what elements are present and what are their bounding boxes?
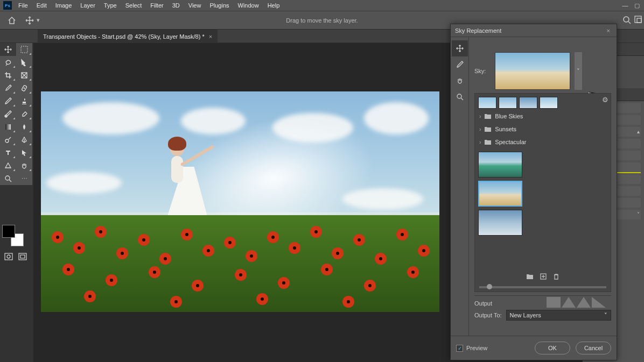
zoom-tool[interactable] bbox=[0, 172, 16, 185]
sky-label: Sky: bbox=[474, 68, 491, 74]
zoom-tool[interactable] bbox=[452, 89, 468, 105]
move-tool[interactable] bbox=[0, 43, 16, 56]
chevron-right-icon: › bbox=[479, 126, 481, 132]
folder-icon bbox=[484, 113, 492, 119]
hand-tool[interactable] bbox=[452, 73, 468, 89]
lasso-tool[interactable] bbox=[0, 56, 16, 69]
quickmask-icon[interactable] bbox=[4, 253, 13, 260]
sky-dropdown-button[interactable]: ˅ bbox=[575, 52, 582, 90]
search-icon[interactable] bbox=[622, 16, 631, 24]
frame-tool[interactable] bbox=[16, 69, 32, 82]
foreground-color-swatch[interactable] bbox=[2, 225, 15, 238]
sky-folder[interactable]: › Sunsets bbox=[478, 124, 607, 134]
chevron-right-icon: › bbox=[479, 113, 481, 119]
quick-select-tool[interactable] bbox=[16, 56, 32, 69]
svg-point-8 bbox=[5, 139, 9, 143]
sky-brush-tool[interactable] bbox=[452, 56, 468, 73]
folder-icon[interactable] bbox=[526, 273, 534, 280]
menu-select[interactable]: Select bbox=[121, 1, 146, 10]
gradient-tool[interactable] bbox=[0, 120, 16, 133]
chevron-down-icon[interactable]: ▾ bbox=[37, 17, 40, 24]
new-preset-icon[interactable] bbox=[540, 273, 547, 280]
menu-view[interactable]: View bbox=[184, 1, 206, 10]
close-tab-icon[interactable]: × bbox=[209, 33, 212, 40]
svg-rect-13 bbox=[20, 255, 25, 258]
sky-preset-thumb-selected[interactable] bbox=[478, 181, 522, 207]
marquee-tool[interactable] bbox=[16, 43, 32, 56]
menu-layer[interactable]: Layer bbox=[76, 1, 100, 10]
picker-footer-icons bbox=[478, 269, 607, 280]
move-sky-tool[interactable] bbox=[452, 40, 468, 56]
close-icon[interactable]: × bbox=[605, 27, 612, 34]
window-minimize[interactable]: — bbox=[619, 2, 631, 9]
svg-rect-3 bbox=[21, 46, 27, 53]
shape-tool[interactable] bbox=[0, 159, 16, 172]
menu-3d[interactable]: 3D bbox=[168, 1, 184, 10]
ok-button[interactable]: OK bbox=[535, 342, 570, 354]
sky-preview-thumbnail[interactable] bbox=[495, 52, 570, 90]
chevron-right-icon: › bbox=[479, 139, 481, 145]
eraser-tool[interactable] bbox=[16, 108, 32, 120]
dialog-title-text: Sky Replacement bbox=[455, 27, 501, 34]
window-restore[interactable]: ▢ bbox=[631, 2, 643, 9]
menu-filter[interactable]: Filter bbox=[146, 1, 167, 10]
cloud-shape bbox=[46, 172, 122, 194]
document-tab-title: Transparent Objects - Start.psd @ 42% (S… bbox=[43, 33, 205, 40]
edit-toolbar[interactable]: ⋯ bbox=[16, 172, 32, 185]
sky-preset-thumb[interactable] bbox=[478, 210, 522, 236]
flowers-shape bbox=[41, 215, 439, 312]
gear-icon[interactable]: ⚙ bbox=[602, 96, 608, 104]
svg-point-14 bbox=[457, 94, 461, 98]
dodge-tool[interactable] bbox=[0, 133, 16, 146]
blur-tool[interactable] bbox=[16, 120, 32, 133]
workspace-icon[interactable] bbox=[634, 16, 642, 23]
home-button[interactable] bbox=[4, 14, 19, 27]
menu-help[interactable]: Help bbox=[263, 1, 284, 10]
checkbox-icon: ✓ bbox=[456, 345, 463, 352]
healing-tool[interactable] bbox=[16, 82, 32, 95]
hand-tool[interactable] bbox=[16, 159, 32, 172]
sky-thumb[interactable] bbox=[478, 97, 496, 109]
screenmode-icon[interactable] bbox=[18, 253, 27, 260]
menu-file[interactable]: File bbox=[14, 1, 32, 10]
sky-preset-thumb[interactable] bbox=[478, 152, 522, 178]
pen-tool[interactable] bbox=[16, 133, 32, 146]
recent-sky-thumbs bbox=[478, 97, 607, 109]
sky-thumb[interactable] bbox=[499, 97, 517, 109]
menu-type[interactable]: Type bbox=[100, 1, 121, 10]
thumbnail-size-slider[interactable] bbox=[479, 286, 606, 288]
dialog-button-row: ✓ Preview OK Cancel bbox=[451, 336, 617, 360]
eyedropper-tool[interactable] bbox=[0, 82, 16, 95]
color-swatches[interactable] bbox=[2, 225, 26, 249]
type-tool[interactable] bbox=[0, 146, 16, 159]
svg-point-9 bbox=[5, 176, 10, 180]
output-to-select[interactable]: New Layers ˅ bbox=[506, 310, 611, 321]
path-select-tool[interactable] bbox=[16, 146, 32, 159]
sky-thumb[interactable] bbox=[519, 97, 537, 109]
sky-folder[interactable]: › Blue Skies bbox=[478, 111, 607, 122]
dialog-titlebar[interactable]: Sky Replacement × bbox=[451, 24, 617, 37]
svg-rect-10 bbox=[5, 253, 12, 260]
document-canvas[interactable] bbox=[41, 91, 439, 312]
menu-plugins[interactable]: Plugins bbox=[205, 1, 233, 10]
menu-image[interactable]: Image bbox=[51, 1, 76, 10]
folder-icon bbox=[484, 126, 492, 132]
sky-thumb[interactable] bbox=[540, 97, 558, 109]
menu-window[interactable]: Window bbox=[234, 1, 263, 10]
dialog-tool-strip bbox=[451, 37, 469, 336]
photoshop-logo: Ps bbox=[3, 1, 12, 10]
folder-label: Sunsets bbox=[495, 126, 516, 132]
sky-folder[interactable]: › Spectacular bbox=[478, 137, 607, 147]
menu-edit[interactable]: Edit bbox=[32, 1, 51, 10]
trash-icon[interactable] bbox=[553, 273, 559, 280]
history-brush-tool[interactable] bbox=[0, 108, 16, 120]
preview-checkbox[interactable]: ✓ Preview bbox=[456, 345, 487, 352]
output-to-label: Output To: bbox=[474, 312, 502, 318]
stamp-tool[interactable] bbox=[16, 95, 32, 108]
brush-tool[interactable] bbox=[0, 95, 16, 108]
svg-rect-2 bbox=[637, 18, 641, 23]
document-tab[interactable]: Transparent Objects - Start.psd @ 42% (S… bbox=[38, 30, 218, 42]
folder-label: Spectacular bbox=[495, 139, 526, 145]
crop-tool[interactable] bbox=[0, 69, 16, 82]
cancel-button[interactable]: Cancel bbox=[576, 342, 611, 354]
